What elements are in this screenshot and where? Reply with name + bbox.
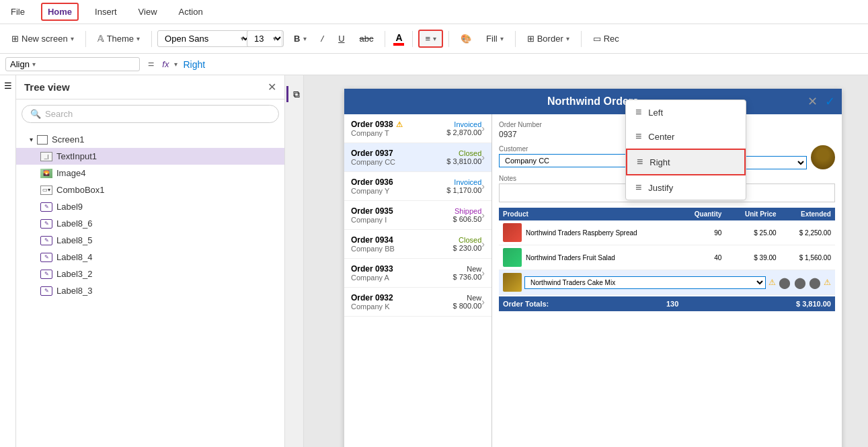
table-row[interactable]: Northwind Traders Fruit Salad 40 $ 39.00… [499,245,835,270]
menu-file[interactable]: File [5,4,30,19]
tree-item-label9[interactable]: ✎ Label9 [16,198,284,215]
tree-item-combobox1[interactable]: ▭▾ ComboBox1 [16,181,284,198]
textinput-icon: _| [40,152,52,161]
align-justify-option[interactable]: ≡ Justify [626,175,746,200]
toolbar: ⊞ New screen ▾ 𝔸 Theme ▾ Open Sans ▾ 13 … [0,24,868,54]
list-item[interactable]: Order 0936 Company Y Invoiced $ 1,170.00… [344,172,491,201]
border-button[interactable]: ⊞ Border ▾ [521,30,576,47]
tree-item-label: ComboBox1 [56,185,105,195]
menu-home[interactable]: Home [41,3,79,21]
orders-list: Order 0938 ⚠ Company T Invoiced $ 2,870.… [344,114,492,447]
tree-title: Tree view [24,81,70,93]
border-icon: ⊞ [527,34,535,44]
list-item[interactable]: Order 0933 Company A New $ 736.00 › [344,259,491,288]
list-item[interactable]: Order 0932 Company K New $ 800.00 › [344,288,491,317]
align-button[interactable]: ≡ ▾ [418,30,443,48]
image-icon: 🌄 [40,169,52,178]
list-item[interactable]: Order 0938 ⚠ Company T Invoiced $ 2,870.… [344,114,491,143]
tree-item-label8-6[interactable]: ✎ Label8_6 [16,215,284,232]
formula-bar: Align ▾ = fx ▾ Right [0,54,868,75]
tree-items: ▾ Screen1 _| TextInput1 🌄 Image4 ▭▾ Comb… [16,128,284,447]
new-screen-chevron: ▾ [71,35,74,42]
italic-button[interactable]: / [315,30,330,47]
tree-item-label: Screen1 [52,134,84,145]
font-size-select[interactable]: 13 [247,30,284,47]
border-chevron: ▾ [566,35,569,42]
new-screen-button[interactable]: ⊞ New screen ▾ [5,30,80,47]
table-row[interactable]: Northwind Traders Raspberry Spread 90 $ … [499,220,835,245]
menu-action[interactable]: Action [173,4,208,19]
fill-button[interactable]: Fill ▾ [480,30,510,47]
product-thumbnail [503,248,522,267]
align-center-option[interactable]: ≡ Center [626,124,746,149]
formula-fx[interactable]: fx [162,59,169,69]
warning-icon: ⚠ [768,278,776,287]
strikethrough-button[interactable]: abc [354,30,380,47]
separator-8 [581,31,582,47]
formula-name[interactable]: Align ▾ [5,57,140,71]
list-item[interactable]: Order 0937 Company CC Closed $ 3,810.00 … [344,143,491,172]
sidebar-toggle[interactable]: ☰ [0,75,16,447]
theme-button[interactable]: 𝔸 Theme ▾ [91,30,146,47]
theme-chevron: ▾ [136,35,140,42]
tree-item-label: Label8_4 [56,252,93,262]
search-icon: 🔍 [30,109,41,119]
label-icon: ✎ [40,219,52,229]
tree-item-label8-3[interactable]: ✎ Label8_3 [16,282,284,299]
tree-item-label8-4[interactable]: ✎ Label8_4 [16,249,284,266]
separator-2 [151,31,152,47]
text-color-button[interactable]: A [391,31,407,47]
chevron-icon: › [481,181,485,192]
edit-product-select[interactable]: Northwind Traders Cake Mix [524,276,766,289]
align-center-icon: ≡ [635,130,641,143]
formula-fx-chevron: ▾ [174,60,177,68]
chevron-icon: › [481,296,485,307]
tree-item-screen1[interactable]: ▾ Screen1 [16,131,284,148]
layers-button[interactable]: ⧉ [286,86,303,102]
tree-item-label8-5[interactable]: ✎ Label8_5 [16,232,284,249]
align-icon: ≡ [425,34,430,44]
screen-icon [37,135,48,145]
tree-item-image4[interactable]: 🌄 Image4 [16,165,284,181]
rec-icon: ▭ [593,34,601,44]
tree-search[interactable]: 🔍 Search [22,105,279,123]
app-title: Northwind Orders [344,89,842,114]
align-right-option[interactable]: ≡ Right [626,149,746,175]
canvas-close-button[interactable]: ✕ [807,94,818,109]
tree-close-button[interactable]: ✕ [268,81,276,93]
align-left-option[interactable]: ≡ Left [626,100,746,124]
edit-nodes: ⬤ ⬤ ⬤ [779,276,821,289]
tree-item-label: Label8_5 [56,235,93,245]
menu-insert[interactable]: Insert [89,4,122,19]
bold-chevron: ▾ [303,35,307,42]
separator-5 [412,31,413,47]
canvas-check-button[interactable]: ✓ [825,94,835,109]
tree-item-textinput1[interactable]: _| TextInput1 [16,148,284,165]
chevron-icon: › [481,268,485,278]
formula-name-chevron: ▾ [32,60,36,68]
tree-item-label: Image4 [56,168,85,178]
tree-expand-icon: ▾ [30,136,33,143]
text-color-bar [393,43,404,46]
align-left-icon: ≡ [635,106,641,118]
employee-avatar [811,145,835,169]
separator-3 [282,31,282,47]
fill-paint-button[interactable]: 🎨 [455,30,477,47]
list-item[interactable]: Order 0934 Company BB Closed $ 230.00 › [344,230,491,259]
formula-value: Right [183,59,205,70]
chevron-icon: › [481,152,485,163]
list-item[interactable]: Order 0935 Company I Shipped $ 606.50 › [344,201,491,230]
underline-button[interactable]: U [332,30,350,47]
bold-button[interactable]: B▾ [288,30,312,47]
label-icon: ✎ [40,236,52,245]
rec-button[interactable]: ▭ Rec [587,30,625,47]
hamburger-icon: ☰ [4,81,12,91]
tree-item-label: Label3_2 [56,269,93,279]
new-screen-icon: ⊞ [11,34,19,44]
menu-view[interactable]: View [133,4,163,19]
combobox-icon: ▭▾ [40,186,52,195]
tree-item-label3-2[interactable]: ✎ Label3_2 [16,266,284,282]
font-select[interactable]: Open Sans [157,30,251,47]
separator-7 [515,31,516,47]
warning-icon-2: ⚠ [824,278,831,287]
